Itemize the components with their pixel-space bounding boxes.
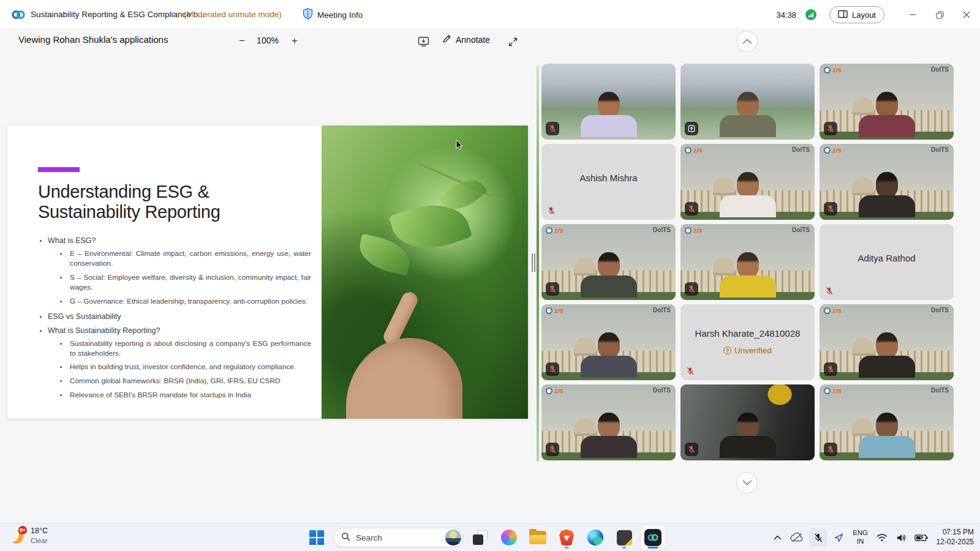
participant-tile-named[interactable]: Harsh Kharate_24810028Unverified — [680, 304, 815, 380]
onedrive-paused-icon[interactable] — [790, 528, 805, 547]
participant-video-person — [714, 92, 782, 140]
weather-moon-icon: 9+ — [9, 527, 26, 545]
participant-tile-video[interactable] — [680, 64, 815, 140]
panel-divider — [537, 65, 539, 462]
edge-icon — [587, 530, 603, 545]
zoom-in-button[interactable]: + — [287, 33, 303, 49]
participant-video-person — [575, 92, 643, 140]
participant-tile-named[interactable]: Aditya Rathod — [820, 224, 954, 300]
webex-app-icon — [644, 529, 662, 546]
edge-browser-button[interactable] — [583, 525, 608, 550]
mic-muted-icon — [824, 202, 837, 216]
participant-name: Aditya Rathod — [820, 252, 954, 263]
search-daily-image — [445, 530, 461, 545]
participant-tile-video[interactable]: 175DoITS — [820, 64, 954, 140]
slide-bullet: Relevance of SEBI's BRSR mandate for sta… — [38, 391, 311, 400]
slide-bullet: G – Governance: Ethical leadership, tran… — [38, 297, 311, 307]
wifi-icon[interactable] — [874, 528, 890, 547]
share-toolbar: Viewing Rohan Shukla's applications − 10… — [0, 29, 980, 53]
tray-clock[interactable]: 07:15 PM 12-02-2025 — [937, 528, 974, 547]
brave-browser-button[interactable] — [554, 525, 579, 550]
meeting-info-button[interactable]: Meeting Info — [298, 6, 368, 24]
participant-tile-video[interactable]: 175DoITS — [820, 144, 954, 220]
annotate-label: Annotate — [456, 35, 490, 45]
brave-icon — [559, 530, 574, 546]
slide-title: Understanding ESG & Sustainability Repor… — [38, 182, 295, 222]
participant-tile-video[interactable]: 175DoITS — [820, 304, 954, 380]
expand-view-button[interactable] — [505, 34, 521, 50]
shared-slide: Understanding ESG & Sustainability Repor… — [7, 126, 528, 419]
windows-logo-icon — [309, 530, 324, 545]
participant-tile-video[interactable]: 175DoITS — [820, 384, 954, 460]
search-icon — [341, 532, 350, 544]
iit-roorkee-logo: 175 — [824, 307, 841, 314]
participant-video-person — [575, 413, 643, 460]
tray-mic-muted-icon[interactable] — [809, 528, 827, 547]
search-placeholder: Search — [356, 533, 440, 542]
notepad-button[interactable] — [612, 525, 636, 550]
close-button[interactable] — [953, 0, 980, 29]
slide-bullet: Helps in building trust, investor confid… — [38, 362, 311, 372]
slide-bullet: Sustainability reporting is about disclo… — [38, 339, 311, 359]
volume-icon[interactable] — [894, 528, 910, 547]
layout-button[interactable]: Layout — [829, 6, 884, 23]
notepad-icon — [617, 530, 632, 545]
minimize-button[interactable] — [899, 0, 926, 29]
zoom-out-button[interactable]: − — [234, 33, 250, 49]
connection-quality-icon — [805, 9, 817, 21]
participant-tile-video[interactable] — [680, 384, 815, 460]
scroll-down-button[interactable] — [736, 472, 758, 493]
mic-muted-icon — [686, 367, 695, 375]
participant-video-person — [714, 252, 782, 300]
mic-muted-icon — [824, 443, 837, 456]
weather-temp: 18°C — [31, 527, 48, 536]
chakra-wheel-icon — [824, 147, 831, 154]
pen-icon — [442, 34, 452, 45]
participant-tile-video[interactable]: 175DoITS — [680, 144, 815, 220]
notification-badge: 9+ — [18, 526, 27, 534]
mic-muted-icon — [546, 282, 559, 296]
chakra-wheel-icon — [824, 67, 831, 73]
participant-tile-video[interactable] — [541, 64, 676, 140]
doits-watermark: DoITS — [792, 146, 810, 153]
meeting-titlebar: Sustainability Reporting & ESG Complianc… — [0, 0, 980, 29]
mic-muted-icon — [825, 287, 834, 295]
doits-watermark: DoITS — [931, 307, 949, 313]
chakra-wheel-icon — [546, 388, 552, 394]
doits-watermark: DoITS — [792, 227, 810, 233]
tray-chevron-up-icon[interactable] — [770, 528, 786, 547]
doits-watermark: DoITS — [931, 387, 949, 394]
location-arrow-icon[interactable] — [831, 528, 847, 547]
participant-video-person — [853, 92, 921, 140]
slide-bullet: E – Environmental: Climate impact, carbo… — [38, 249, 311, 269]
participant-video-person — [853, 332, 921, 380]
start-button[interactable] — [304, 525, 329, 550]
webex-app-button[interactable] — [641, 525, 665, 550]
mic-muted-icon — [824, 362, 837, 376]
taskbar-search[interactable]: Search — [333, 528, 464, 547]
participant-tile-video[interactable]: 175DoITS — [541, 224, 676, 300]
participant-video-person — [575, 332, 643, 380]
participant-tile-video[interactable]: 175DoITS — [541, 384, 676, 460]
task-view-button[interactable] — [468, 525, 492, 550]
restore-button[interactable] — [926, 0, 953, 29]
task-view-icon — [473, 530, 488, 545]
battery-charging-icon[interactable] — [913, 528, 929, 547]
windows-taskbar: 9+ 18°C Clear Search — [0, 523, 980, 551]
participant-tile-video[interactable]: 175DoITS — [541, 304, 676, 380]
panel-resize-handle[interactable] — [532, 253, 536, 272]
weather-widget[interactable]: 9+ 18°C Clear — [9, 527, 48, 545]
file-explorer-button[interactable] — [526, 525, 550, 550]
annotate-button[interactable]: Annotate — [442, 34, 490, 45]
slide-bullet: ESG vs Sustainability — [38, 312, 311, 321]
participant-tile-video[interactable]: 175DoITS — [680, 224, 815, 300]
doits-watermark: DoITS — [931, 146, 949, 153]
sharing-icon — [685, 122, 698, 135]
view-on-device-button[interactable] — [415, 34, 431, 50]
mic-muted-icon — [546, 122, 559, 135]
layout-grid-icon — [838, 10, 848, 20]
copilot-button[interactable] — [497, 525, 521, 550]
participant-tile-named[interactable]: Ashish Mishra — [541, 144, 676, 220]
language-indicator[interactable]: ENG IN — [851, 529, 870, 546]
weather-condition: Clear — [31, 536, 48, 545]
